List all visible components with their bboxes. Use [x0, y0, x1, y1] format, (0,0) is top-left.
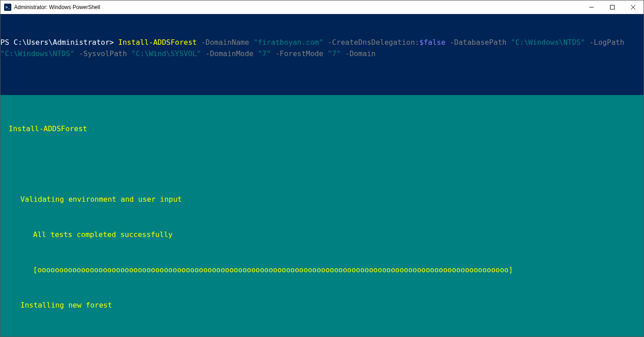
- value-sysvolpath: "C:\Wind\SYSVOL": [131, 49, 201, 58]
- cmdlet: Install-ADDSForest: [118, 38, 197, 47]
- value-databasepath: "C:\Windows\NTDS": [511, 38, 585, 47]
- maximize-icon: [610, 5, 615, 9]
- powershell-window: >_ Administrator: Windows PowerShell PS …: [0, 0, 644, 337]
- terminal-output[interactable]: PS C:\Users\Administrator> Install-ADDSF…: [0, 14, 644, 337]
- titlebar[interactable]: >_ Administrator: Windows PowerShell: [0, 0, 644, 14]
- window-title: Administrator: Windows PowerShell: [14, 4, 100, 10]
- close-icon: [631, 5, 635, 9]
- param-forestmode: -ForestMode: [271, 49, 327, 58]
- param-databasepath: -DatabasePath: [446, 38, 511, 47]
- prompt: PS C:\Users\Administrator>: [0, 38, 118, 47]
- progress-validating: Validating environment and user input: [0, 194, 644, 205]
- progress-block: Install-ADDSForest Validating environmen…: [0, 95, 644, 337]
- progress-title: Install-ADDSForest: [0, 123, 644, 135]
- value-false: $false: [419, 38, 446, 47]
- powershell-icon: >_: [4, 4, 11, 11]
- progress-starting: Starting: [0, 335, 644, 337]
- progress-spacer: [0, 158, 644, 170]
- value-domainname: "firatboyan.com": [254, 38, 323, 47]
- param-logpath: -LogPath: [585, 38, 629, 47]
- value-forestmode: "7": [328, 49, 341, 58]
- command-line: PS C:\Users\Administrator> Install-ADDSF…: [0, 37, 644, 59]
- progress-tests: All tests completed successfully: [0, 229, 644, 241]
- param-domain-trail: -Domain: [341, 49, 375, 58]
- maximize-button[interactable]: [602, 0, 623, 14]
- param-domainmode: -DomainMode: [201, 49, 258, 58]
- close-button[interactable]: [623, 0, 644, 14]
- param-createdns: -CreateDnsDelegation:: [323, 38, 419, 47]
- window-controls: [581, 0, 644, 14]
- value-logpath: "C:\Windows\NTDS": [0, 49, 75, 58]
- minimize-button[interactable]: [581, 0, 602, 14]
- titlebar-left: >_ Administrator: Windows PowerShell: [4, 4, 100, 11]
- value-domainmode: "7": [258, 49, 271, 58]
- param-domainname: -DomainName: [197, 38, 253, 47]
- progress-bar: [ooooooooooooooooooooooooooooooooooooooo…: [0, 264, 644, 276]
- minimize-icon: [589, 5, 594, 9]
- svg-rect-1: [610, 5, 615, 9]
- progress-installing: Installing new forest: [0, 299, 644, 311]
- param-sysvolpath: -SysvolPath: [75, 49, 131, 58]
